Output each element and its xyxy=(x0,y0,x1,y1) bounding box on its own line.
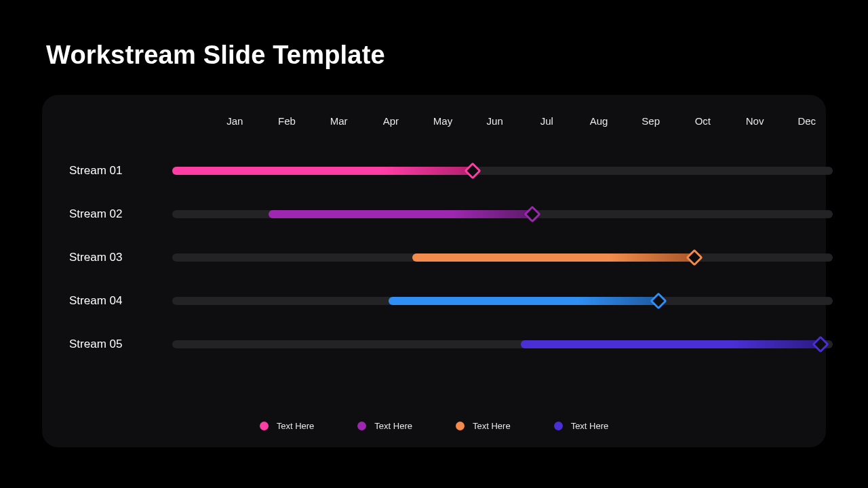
gantt-row: Stream 01 xyxy=(42,160,826,203)
legend-dot-icon xyxy=(554,422,563,430)
month-label: Apr xyxy=(365,115,417,136)
track xyxy=(172,253,833,262)
legend-dot-icon xyxy=(357,422,366,430)
month-label: Oct xyxy=(677,115,729,136)
legend-label: Text Here xyxy=(571,421,609,431)
row-label: Stream 01 xyxy=(69,164,171,178)
legend-item: Text Here xyxy=(456,421,511,431)
progress-bar xyxy=(269,210,533,218)
month-label: Sep xyxy=(625,115,677,136)
legend-item: Text Here xyxy=(554,421,609,431)
legend-label: Text Here xyxy=(277,421,315,431)
legend-item: Text Here xyxy=(260,421,315,431)
month-label: Mar xyxy=(313,115,365,136)
legend-dot-icon xyxy=(456,422,465,430)
track xyxy=(172,340,833,348)
month-label: Dec xyxy=(781,115,833,136)
month-label: Feb xyxy=(261,115,313,136)
page-title: Workstream Slide Template xyxy=(46,41,385,70)
row-label: Stream 02 xyxy=(69,207,171,221)
milestone-diamond-icon xyxy=(812,336,829,352)
gantt-row: Stream 05 xyxy=(42,333,826,377)
legend-label: Text Here xyxy=(473,421,511,431)
month-label: Jul xyxy=(521,115,573,136)
gantt-row: Stream 03 xyxy=(42,247,826,290)
progress-bar xyxy=(412,253,694,262)
month-label: Jan xyxy=(209,115,261,136)
progress-bar xyxy=(521,340,821,348)
gantt-rows: Stream 01Stream 02Stream 03Stream 04Stre… xyxy=(42,160,826,377)
month-label: Jun xyxy=(469,115,521,136)
month-axis: JanFebMarAprMayJunJulAugSepOctNovDec xyxy=(209,115,833,136)
chart-panel: JanFebMarAprMayJunJulAugSepOctNovDec Str… xyxy=(42,95,826,447)
legend-item: Text Here xyxy=(357,421,412,431)
track xyxy=(172,297,833,305)
milestone-diamond-icon xyxy=(524,205,541,222)
track xyxy=(172,167,833,175)
month-label: Aug xyxy=(573,115,625,136)
legend-label: Text Here xyxy=(374,421,412,431)
gantt-row: Stream 02 xyxy=(42,203,826,247)
milestone-diamond-icon xyxy=(686,249,703,266)
legend: Text HereText HereText HereText Here xyxy=(42,421,826,431)
progress-bar xyxy=(172,167,473,175)
gantt-row: Stream 04 xyxy=(42,290,826,333)
slide: Workstream Slide Template JanFebMarAprMa… xyxy=(0,0,868,488)
progress-bar xyxy=(389,297,658,305)
row-label: Stream 03 xyxy=(69,251,171,264)
month-label: May xyxy=(417,115,469,136)
track xyxy=(172,210,833,218)
milestone-diamond-icon xyxy=(464,162,481,179)
month-label: Nov xyxy=(729,115,781,136)
row-label: Stream 04 xyxy=(69,294,171,308)
row-label: Stream 05 xyxy=(69,338,171,351)
milestone-diamond-icon xyxy=(650,292,667,309)
legend-dot-icon xyxy=(260,422,269,430)
